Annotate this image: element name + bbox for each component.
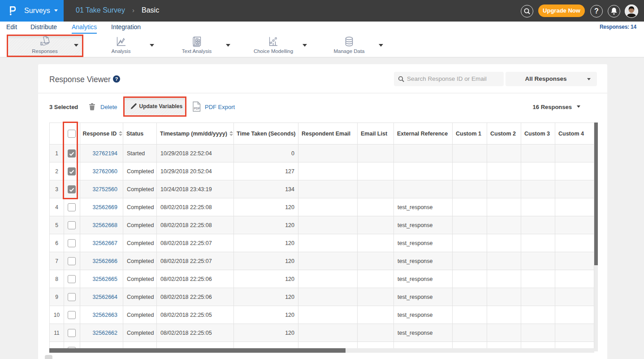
svg-text:PDF: PDF: [194, 107, 200, 110]
